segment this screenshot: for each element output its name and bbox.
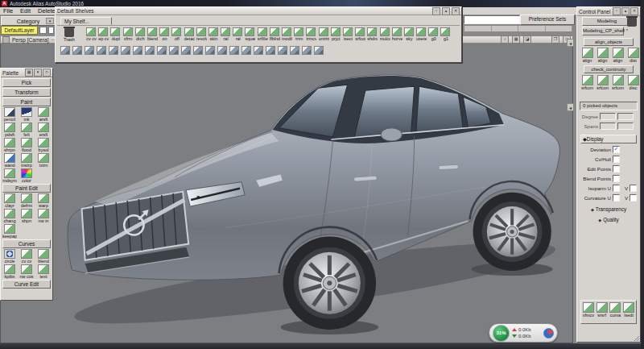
palette-tab-curves[interactable]: Curves xyxy=(2,239,51,248)
shelf-tool[interactable] xyxy=(242,46,251,55)
shelf-tool[interactable]: xfrm xyxy=(123,27,134,41)
viewport-menu-icon[interactable] xyxy=(2,36,10,44)
checkbox-v[interactable] xyxy=(630,194,637,202)
cp-tool[interactable]: srfcon xyxy=(596,75,609,90)
degree-field-v[interactable] xyxy=(617,113,634,120)
shelf-title-bar[interactable]: Default Shelves ▫ ▴ ✕ xyxy=(56,7,461,15)
palette-tool[interactable]: arsft xyxy=(36,107,51,122)
shelf-tool[interactable]: mulcol xyxy=(380,27,390,41)
shelf-tool[interactable]: skin xyxy=(208,27,219,41)
shelf-tool[interactable]: dupl xyxy=(110,27,121,41)
shelf-tool[interactable]: on xyxy=(159,27,170,41)
shelf-tool[interactable]: trmcvt xyxy=(306,27,316,41)
shelf-tool[interactable] xyxy=(302,46,312,55)
control-panel-trash[interactable] xyxy=(626,18,638,29)
palette-title-bar[interactable]: Palette ▦ ▾ ◇ xyxy=(1,69,52,77)
viewport-restore-icon[interactable]: ❐ xyxy=(551,35,559,44)
shelf-tool[interactable] xyxy=(193,46,203,55)
shelf-tool[interactable]: dtch xyxy=(135,27,146,41)
palette-grid-icon[interactable]: ▦ xyxy=(25,69,33,77)
checkbox[interactable] xyxy=(613,185,620,192)
control-panel-minimize-icon[interactable]: ▫ xyxy=(613,7,621,15)
shelf-tool[interactable] xyxy=(97,46,106,55)
palette-tool[interactable]: clayr xyxy=(2,193,17,208)
palette-tool[interactable]: ersft xyxy=(36,123,51,137)
shelf-tool[interactable]: prjct xyxy=(331,27,341,41)
palette-tool[interactable]: bysol xyxy=(36,138,51,152)
palette-tool[interactable]: defrm xyxy=(19,193,34,208)
checkbox[interactable] xyxy=(613,194,620,202)
palette-tab-paint-edit[interactable]: Paint Edit xyxy=(2,184,51,193)
cp-tool[interactable]: align xyxy=(611,48,625,63)
shelf-tool[interactable]: modift xyxy=(282,27,292,41)
palette-collapse-icon[interactable]: ▾ xyxy=(34,69,42,77)
picked-objects-bar[interactable]: 0 picked objects xyxy=(580,102,638,110)
preference-sets-button[interactable]: Preference Sets xyxy=(520,15,575,25)
cp-tool[interactable]: disc xyxy=(626,75,640,90)
cp-tool[interactable]: srsrf xyxy=(596,302,609,323)
control-panel-menu-modeling[interactable]: Modeling * xyxy=(582,17,632,26)
shelf-tab-my-shelf[interactable]: My Shelf... xyxy=(60,17,112,25)
palette-tab-paint[interactable]: Paint xyxy=(2,98,51,106)
shelf-tool[interactable] xyxy=(217,46,227,55)
network-monitor-widget[interactable]: 31% 0.0Kb 0.0Kb xyxy=(489,323,558,343)
shelf-tool[interactable] xyxy=(290,46,299,55)
palette-tool[interactable]: keepap xyxy=(2,224,17,239)
degree-field-u[interactable] xyxy=(600,113,616,120)
palette-tool[interactable]: mdsym xyxy=(2,168,17,183)
cp-tool[interactable]: srfcon xyxy=(580,75,594,90)
cp-tool[interactable]: align xyxy=(596,48,609,63)
palette-tool[interactable]: kptbx xyxy=(2,264,17,279)
palette-tool[interactable]: chang xyxy=(2,209,17,223)
palette-tool[interactable]: color xyxy=(19,168,34,183)
shelf-tool[interactable]: trim xyxy=(294,27,304,41)
shelf-tool[interactable]: g1 xyxy=(440,27,451,41)
panel-collapse-arrow-icon[interactable]: ◂ xyxy=(567,39,574,47)
layer-visibility-checkbox[interactable] xyxy=(39,27,47,34)
palette-pin-icon[interactable]: ◇ xyxy=(43,69,51,77)
palette-tool[interactable]: nw in xyxy=(36,209,51,223)
shelf-collapse-icon[interactable]: ▴ xyxy=(442,7,450,15)
cp-tool[interactable]: isedt xyxy=(622,302,635,323)
shelf-tool[interactable]: isect xyxy=(343,27,353,41)
align-objects-tab[interactable]: align_objects xyxy=(584,38,634,46)
palette-tool[interactable]: txtrn xyxy=(36,153,51,168)
cp-tool[interactable]: curva xyxy=(609,302,622,323)
cp-tool[interactable]: dist xyxy=(626,48,640,63)
checkbox[interactable] xyxy=(613,156,620,163)
palette-tool[interactable]: cv cv xyxy=(19,249,34,264)
shelf-tool[interactable]: sky xyxy=(404,27,415,41)
shelf-tool[interactable]: ffblnd xyxy=(270,27,280,41)
shelf-tool[interactable]: blend xyxy=(147,27,158,41)
spans-field-v[interactable] xyxy=(617,123,634,130)
shelf-tool[interactable] xyxy=(278,46,287,55)
shelf-tool[interactable] xyxy=(205,46,215,55)
panel-collapse-arrow-icon[interactable]: ◂ xyxy=(567,103,574,111)
category-dropdown[interactable]: Category ▾ xyxy=(1,16,56,26)
control-panel-close-icon[interactable]: ✕ xyxy=(630,7,638,15)
checkbox-v[interactable] xyxy=(630,185,637,192)
shelf-tool[interactable] xyxy=(169,46,179,55)
shelf-tool[interactable]: revolv xyxy=(196,27,207,41)
shelf-tool[interactable] xyxy=(181,46,191,55)
palette-tool[interactable]: flood xyxy=(19,138,34,152)
shelf-tool[interactable]: detach xyxy=(184,27,195,41)
palette-tool[interactable]: shrpn xyxy=(2,138,17,152)
palette-tool[interactable]: wand xyxy=(2,153,17,168)
palette-tab-curve-edit[interactable]: Curve Edit xyxy=(2,280,51,289)
shelf-tool[interactable]: horver xyxy=(392,27,402,41)
control-panel-title-bar[interactable]: Control Panel ▫ ▴ ✕ xyxy=(577,7,640,16)
shelf-tool[interactable]: usetex xyxy=(416,27,427,41)
palette-tab-transform[interactable]: Transform xyxy=(2,88,51,97)
default-layer-chip[interactable]: DefaultLayer xyxy=(1,26,38,35)
palette-tool[interactable]: shpn xyxy=(19,209,34,223)
shelf-tool[interactable] xyxy=(85,46,94,55)
checkbox[interactable] xyxy=(613,175,620,182)
shelf-tool[interactable] xyxy=(109,46,118,55)
shelf-tool[interactable] xyxy=(229,46,239,55)
shelf-tool[interactable] xyxy=(157,46,167,55)
viewport-grid-icon[interactable]: ▦ xyxy=(512,35,520,44)
viewport-lamp-icon[interactable]: ☼ xyxy=(501,35,509,44)
shelf-tool[interactable] xyxy=(145,46,155,55)
palette-tool[interactable]: felt xyxy=(19,123,34,137)
